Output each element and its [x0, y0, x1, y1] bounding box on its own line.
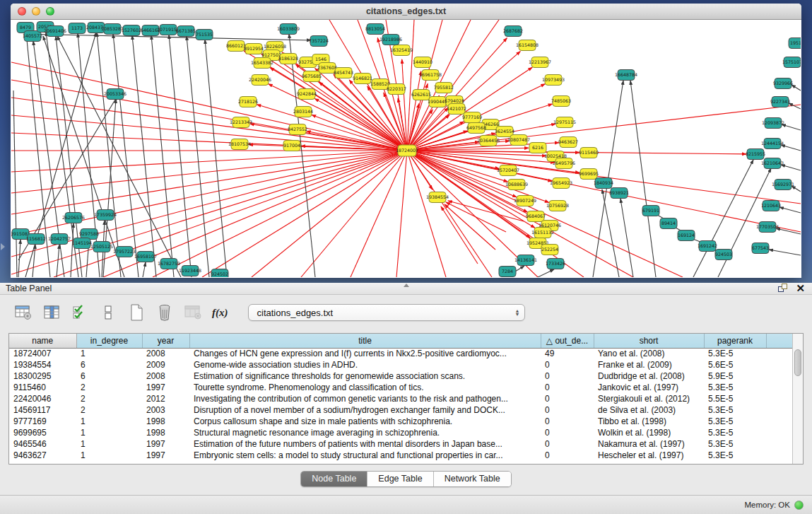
table-cell[interactable]: 0 — [541, 393, 594, 404]
select-rows-icon[interactable] — [71, 304, 89, 321]
table-cell[interactable] — [766, 393, 792, 404]
table-cell[interactable]: 5.3E-5 — [704, 382, 766, 393]
splitter-grip-icon[interactable] — [404, 284, 409, 287]
table-cell[interactable] — [766, 382, 792, 393]
column-header-name[interactable]: name — [9, 334, 76, 348]
graph-edge[interactable] — [33, 245, 35, 277]
table-cell[interactable]: 1997 — [142, 438, 189, 450]
table-cell[interactable]: Dudbridge et al. (2008) — [594, 370, 704, 382]
table-cell[interactable]: 2003 — [142, 404, 189, 416]
graph-edge[interactable] — [630, 81, 656, 277]
table-cell[interactable]: Nakamura et al. (1997) — [594, 438, 704, 450]
table-cell[interactable]: 0 — [541, 382, 594, 393]
table-row[interactable]: 1456911722003Disruption of a novel membe… — [9, 404, 792, 416]
graph-edge[interactable] — [13, 90, 17, 277]
table-cell[interactable]: 18300295 — [9, 370, 76, 382]
table-cell[interactable]: Investigating the contribution of common… — [189, 393, 541, 404]
table-cell[interactable]: 0 — [541, 427, 594, 438]
table-row[interactable]: 911546021997Tourette syndrome. Phenomeno… — [9, 382, 792, 393]
table-cell[interactable]: 9699695 — [9, 427, 76, 438]
graph-edge[interactable] — [205, 40, 227, 277]
table-cell[interactable]: 1997 — [142, 382, 189, 393]
column-header-in_degree[interactable]: in_degree — [76, 334, 142, 348]
table-cell[interactable]: Disruption of a novel member of a sodium… — [189, 404, 541, 416]
table-cell[interactable]: 2012 — [142, 393, 189, 404]
graph-edge[interactable] — [11, 151, 407, 214]
table-cell[interactable]: 19384554 — [9, 359, 76, 370]
graph-edge[interactable] — [782, 124, 801, 130]
table-row[interactable]: 977716911998Corpus callosum shape and si… — [9, 416, 792, 427]
table-cell[interactable]: 0 — [541, 370, 594, 382]
table-cell[interactable]: 1 — [76, 416, 142, 427]
table-cell[interactable]: 5.6E-5 — [704, 359, 766, 370]
table-row[interactable]: 969969511998Structural magnetic resonanc… — [9, 427, 792, 438]
table-cell[interactable]: 2 — [76, 382, 142, 393]
column-header-title[interactable]: title — [189, 334, 541, 348]
table-cell[interactable]: 9465546 — [9, 438, 76, 450]
graph-edge[interactable] — [57, 245, 59, 277]
table-row[interactable]: 1938455462009Genome-wide association stu… — [9, 359, 792, 370]
table-cell[interactable]: Structural magnetic resonance image aver… — [189, 427, 541, 438]
tab-node-table[interactable]: Node Table — [301, 472, 367, 486]
table-cell[interactable]: 9463627 — [9, 450, 76, 461]
table-cell[interactable]: 6 — [76, 359, 142, 370]
table-cell[interactable]: 1997 — [142, 450, 189, 461]
new-document-icon[interactable] — [127, 304, 146, 321]
zoom-window-button[interactable] — [46, 7, 54, 16]
table-cell[interactable]: 5.3E-5 — [704, 416, 766, 427]
table-cell[interactable]: 1 — [76, 348, 142, 359]
table-cell[interactable]: 2008 — [142, 348, 189, 359]
network-view-window[interactable]: citations_edges.txt 86601238912954182260… — [11, 4, 801, 278]
table-cell[interactable]: 1998 — [142, 416, 189, 427]
graph-edge[interactable] — [11, 151, 407, 172]
table-cell[interactable]: 1 — [76, 427, 142, 438]
merge-cells-icon[interactable] — [99, 304, 117, 321]
window-titlebar[interactable]: citations_edges.txt — [11, 4, 801, 20]
function-builder-button[interactable]: f(x) — [212, 307, 228, 319]
table-cell[interactable]: 5.3E-5 — [704, 450, 766, 461]
table-cell[interactable]: 5.9E-5 — [704, 370, 766, 382]
node-table-grid[interactable]: namein_degreeyeartitle△ out_de...shortpa… — [9, 334, 792, 461]
table-vertical-scrollbar[interactable] — [792, 334, 803, 464]
graph-edge[interactable] — [11, 98, 407, 151]
table-cell[interactable] — [766, 348, 792, 359]
table-cell[interactable] — [766, 359, 792, 370]
table-cell[interactable]: 2 — [76, 393, 142, 404]
table-cell[interactable]: de Silva et al. (2003) — [594, 404, 704, 416]
table-cell[interactable]: Franke et al. (2009) — [594, 359, 704, 370]
tab-network-table[interactable]: Network Table — [434, 472, 511, 486]
graph-edge[interactable] — [97, 33, 121, 277]
graph-edge[interactable] — [153, 151, 407, 277]
table-cell[interactable]: 14569117 — [9, 404, 76, 416]
table-cell[interactable]: 1 — [76, 438, 142, 450]
close-panel-icon[interactable]: ✕ — [796, 284, 805, 293]
table-cell[interactable]: 5.3E-5 — [704, 404, 766, 416]
table-cell[interactable]: 9777169 — [9, 416, 76, 427]
table-cell[interactable] — [766, 416, 792, 427]
combobox-stepper-icon[interactable]: ▲▼ — [515, 309, 520, 316]
table-row[interactable]: 1872400712008Changes of HCN gene express… — [9, 348, 792, 359]
panel-collapse-arrow-icon[interactable] — [1, 243, 5, 250]
table-cell[interactable]: Wolkin et al. (1998) — [594, 427, 704, 438]
table-row[interactable]: 946554611997Estimation of the future num… — [9, 438, 792, 450]
float-panel-icon[interactable] — [778, 284, 787, 293]
graph-edge[interactable] — [143, 262, 146, 277]
table-cell[interactable]: Yano et al. (2008) — [594, 348, 704, 359]
table-cell[interactable]: 0 — [541, 359, 594, 370]
table-cell[interactable]: Jankovic et al. (1997) — [594, 382, 704, 393]
table-cell[interactable]: 18724007 — [9, 348, 76, 359]
graph-edge[interactable] — [779, 207, 801, 213]
graph-edge[interactable] — [769, 250, 801, 255]
column-header-pagerank[interactable]: pagerank — [704, 334, 766, 348]
minimize-window-button[interactable] — [32, 7, 40, 16]
graph-edge[interactable] — [538, 269, 554, 277]
tab-edge-table[interactable]: Edge Table — [367, 472, 433, 486]
graph-edge[interactable] — [351, 151, 407, 277]
graph-edge[interactable] — [252, 151, 407, 277]
table-cell[interactable]: 9115460 — [9, 382, 76, 393]
table-row[interactable]: 1830029562008Estimation of significance … — [9, 370, 792, 382]
graph-edge[interactable] — [396, 151, 407, 277]
column-header-out_de-[interactable]: △ out_de... — [541, 334, 594, 348]
table-cell[interactable]: Estimation of the future numbers of pati… — [189, 438, 541, 450]
table-cell[interactable]: 5.3E-5 — [704, 438, 766, 450]
